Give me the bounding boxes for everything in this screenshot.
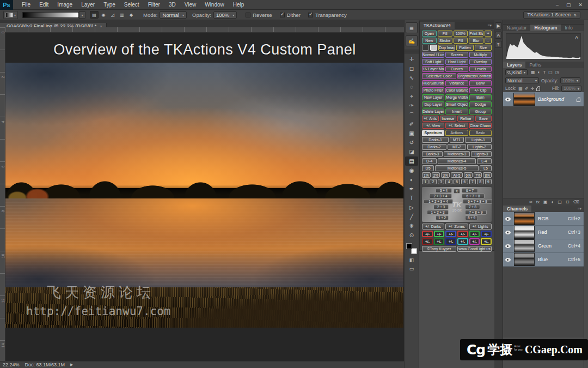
- tk-button-multiply[interactable]: Multiply: [469, 52, 492, 58]
- add-layer-mask-icon[interactable]: ▣: [543, 200, 548, 204]
- tk-button-print-size[interactable]: Print Size: [469, 31, 483, 37]
- tool-preset-picker[interactable]: ▾: [3, 11, 18, 19]
- channel-row[interactable]: RGB Ctrl+2: [503, 212, 584, 226]
- lock-all-icon[interactable]: [536, 88, 540, 91]
- menu-item[interactable]: Type: [99, 0, 120, 10]
- tk-button-delete-layer[interactable]: Delete Layer: [422, 108, 444, 114]
- visibility-eye-icon[interactable]: [505, 98, 511, 101]
- tk-red-button[interactable]: +/-: [422, 231, 433, 237]
- tk-button-hard-light[interactable]: Hard Light: [445, 59, 468, 65]
- dock-edge-strip[interactable]: [584, 20, 588, 368]
- tk-button-mt1[interactable]: MT1: [450, 137, 464, 143]
- foreground-color-swatch[interactable]: [406, 243, 412, 249]
- filter-pixel-icon[interactable]: ▦: [531, 70, 535, 75]
- panel-menu-icon[interactable]: ≡▾: [487, 23, 494, 28]
- linear-gradient-button[interactable]: ▤: [90, 11, 99, 19]
- menu-item[interactable]: Image: [53, 0, 77, 10]
- tk-button-8[interactable]: 8%: [483, 172, 492, 178]
- eraser-tool[interactable]: ◪: [405, 147, 418, 156]
- crop-tool[interactable]: ⌖: [405, 92, 418, 101]
- tk-button-group[interactable]: Group: [469, 108, 492, 114]
- brush-tool[interactable]: ✐: [405, 119, 418, 129]
- angle-gradient-button[interactable]: ◿: [108, 11, 117, 19]
- filter-smart-object-icon[interactable]: ◳: [555, 70, 560, 75]
- radial-gradient-button[interactable]: ◉: [99, 11, 108, 19]
- tk-button-clear-channels[interactable]: Clear Channels: [469, 123, 492, 129]
- visibility-eye-icon[interactable]: [505, 231, 511, 234]
- tk-button-inverse[interactable]: Inverse: [440, 116, 457, 122]
- panel-tab[interactable]: Info: [561, 25, 576, 31]
- tk-button-clip[interactable]: +/- Clip: [469, 87, 492, 93]
- tk-tab-actions[interactable]: Actions: [445, 130, 468, 136]
- tk-combo-button[interactable]: 3 + 4: [436, 188, 452, 193]
- tk-combo-button[interactable]: 2 + 3 + 4: [429, 194, 452, 198]
- tk-button-new[interactable]: New: [422, 38, 437, 44]
- tk-button-overlay[interactable]: Overlay: [469, 59, 492, 65]
- tk-button-select[interactable]: +/- Select: [445, 123, 468, 129]
- lock-pixels-icon[interactable]: ✐: [525, 86, 529, 91]
- channel-row[interactable]: Blue Ctrl+5: [503, 253, 584, 267]
- color-swatches[interactable]: [406, 243, 417, 254]
- tk-button-100[interactable]: 100%: [454, 31, 468, 37]
- background-color-swatch[interactable]: [430, 45, 437, 51]
- diamond-gradient-button[interactable]: ◆: [127, 11, 136, 19]
- tk-button-1[interactable]: 1: [422, 179, 428, 184]
- filter-kind-select[interactable]: Kind ▾: [505, 69, 528, 75]
- clone-stamp-tool[interactable]: ▣: [405, 129, 418, 138]
- tk-website-button[interactable]: www.GoodLight.us: [457, 246, 492, 252]
- tk-button-lights[interactable]: +/- Lights: [469, 224, 492, 230]
- tk-button-7[interactable]: 7: [469, 179, 476, 184]
- panel-tab[interactable]: Navigator: [503, 25, 530, 31]
- path-selection-tool[interactable]: ▷: [405, 203, 418, 212]
- filter-type-icon[interactable]: T: [543, 70, 546, 75]
- tk-button-3[interactable]: 3: [438, 179, 444, 184]
- toolbar-header[interactable]: [405, 50, 419, 53]
- tk-button-new-layer[interactable]: New Layer: [422, 94, 444, 100]
- paragraph-panel-icon[interactable]: ¶: [495, 41, 502, 48]
- tk-darkblue-button[interactable]: +/-: [445, 238, 456, 245]
- tk-button-layer-mask[interactable]: +/- Layer Mask: [422, 66, 444, 72]
- tk-button-1[interactable]: 1%: [422, 172, 431, 178]
- tk-combo-button[interactable]: 7 + 8: [465, 204, 480, 209]
- tk-button-2[interactable]: 2%: [432, 172, 440, 178]
- histogram-warning-icon[interactable]: A: [575, 35, 578, 40]
- layer-fill-select[interactable]: 100% ▾: [561, 86, 581, 92]
- tab-channels[interactable]: Channels: [503, 206, 531, 212]
- quick-selection-tool[interactable]: ◌: [405, 82, 418, 92]
- move-tool[interactable]: ✛: [405, 55, 418, 64]
- tkactions-panel-tab[interactable]: TKActionsV4: [420, 22, 455, 29]
- tk-button-[interactable]: +: [485, 31, 492, 37]
- collapsed-brush-panel-icon[interactable]: ✍: [406, 35, 418, 46]
- layer-style-icon[interactable]: fx: [536, 200, 540, 204]
- tk-button-4[interactable]: 4: [445, 179, 452, 184]
- new-layer-icon[interactable]: ⊡: [566, 200, 569, 204]
- option-checkbox[interactable]: Dither: [280, 12, 301, 18]
- panel-tab[interactable]: Histogram: [530, 25, 561, 31]
- tk-button-8[interactable]: 8: [477, 179, 483, 184]
- filter-adjustment-icon[interactable]: ◐: [538, 70, 541, 75]
- tk-button-all-5[interactable]: All-5: [451, 172, 463, 178]
- channel-row[interactable]: Red Ctrl+3: [503, 226, 584, 239]
- foreground-color-swatch[interactable]: [422, 45, 429, 51]
- tk-darkred-button[interactable]: +/-: [422, 238, 433, 245]
- tk-button-soft-light[interactable]: Soft Light: [422, 59, 444, 65]
- tk-button-merge-visible[interactable]: Merge Visible: [445, 94, 468, 100]
- tk-button-5[interactable]: 5: [454, 179, 460, 184]
- lock-transparency-icon[interactable]: ▦: [518, 86, 523, 91]
- tk-button-lights-3[interactable]: Lights-3: [471, 151, 492, 157]
- tk-button-hue-saturation[interactable]: Hue/Saturation: [422, 80, 444, 86]
- tk-x-button[interactable]: X: [454, 189, 460, 194]
- tk-combo-button[interactable]: 6 + 7: [462, 188, 478, 193]
- tk-button-fill[interactable]: Fill: [454, 38, 468, 44]
- history-brush-tool[interactable]: ↺: [405, 138, 418, 147]
- tk-button-midtones-4[interactable]: Midtones-4: [438, 158, 475, 164]
- tk-button-curves[interactable]: Curves: [445, 66, 468, 72]
- tk-credit-button[interactable]: ©Tony Kuyper: [422, 246, 456, 252]
- tk-button-9[interactable]: 9: [485, 179, 492, 184]
- menu-item[interactable]: Filter: [144, 0, 164, 10]
- tk-button-dup-layer[interactable]: Dup Layer: [422, 101, 444, 107]
- lock-position-icon[interactable]: ✛: [531, 86, 535, 91]
- tk-button-flatten[interactable]: Flatten: [456, 45, 473, 51]
- panel-menu-icon[interactable]: ≡▾: [577, 206, 584, 212]
- tk-blue2-button[interactable]: +/-: [481, 231, 492, 237]
